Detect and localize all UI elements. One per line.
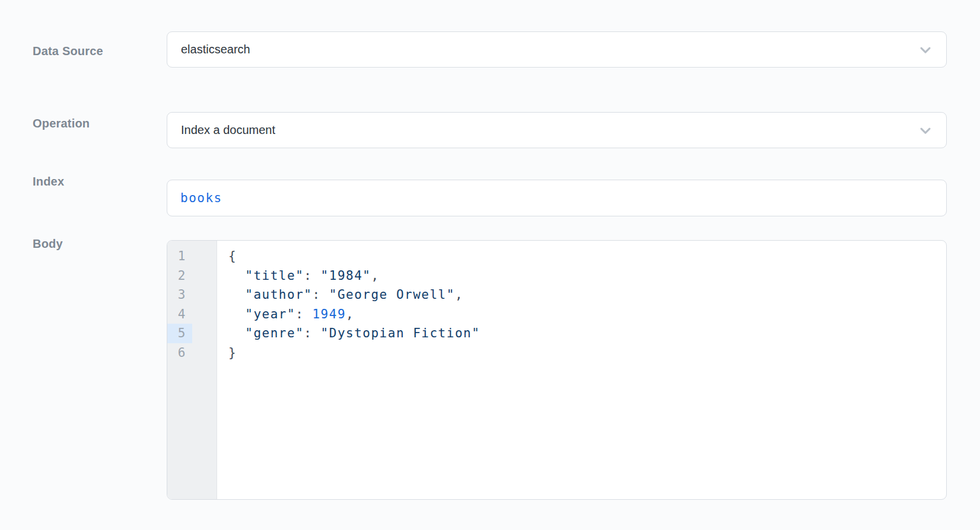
body-label: Body [33,237,63,251]
code-line: } [228,343,946,363]
code-line: "author": "George Orwell", [228,285,946,305]
data-source-label: Data Source [33,44,103,58]
line-number-gutter: 1 2 3 4 5 6 [167,241,217,499]
node-parameters-panel: Data Source elasticsearch Operation Inde… [0,0,980,530]
code-line: "title": "1984", [228,266,946,286]
line-number: 2 [167,266,192,286]
line-number: 3 [167,285,192,305]
operation-select[interactable]: Index a document [167,112,947,148]
code-line: "year": 1949, [228,305,946,324]
index-label: Index [33,174,64,189]
operation-value: Index a document [181,123,275,137]
line-number: 5 [167,324,192,343]
chevron-down-icon [917,122,934,139]
index-input[interactable]: books [167,180,947,216]
line-number: 6 [167,343,192,363]
line-number: 1 [167,247,192,266]
line-number: 4 [167,305,192,324]
data-source-select[interactable]: elasticsearch [167,31,947,68]
body-code-editor[interactable]: 1 2 3 4 5 6 { "title": "1984", "author":… [167,240,947,500]
code-line: "genre": "Dystopian Fiction" [228,324,946,343]
code-line: { [228,247,946,266]
index-value: books [180,191,222,205]
data-source-value: elasticsearch [181,43,250,56]
json-code-area[interactable]: { "title": "1984", "author": "George Orw… [217,241,946,499]
chevron-down-icon [917,41,934,59]
operation-label: Operation [33,116,90,130]
